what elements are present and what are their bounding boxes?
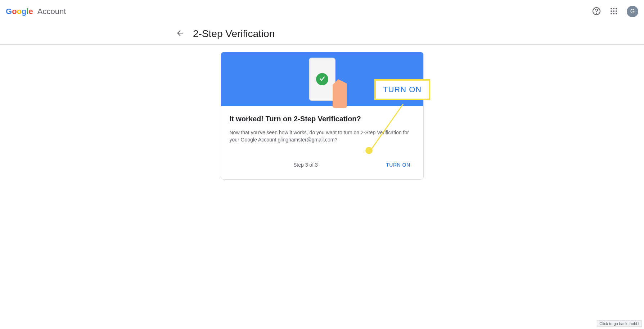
- app-header: Google Account G: [0, 0, 644, 23]
- phone-illustration: [309, 58, 335, 101]
- svg-point-10: [616, 13, 617, 14]
- annotation-callout: TURN ON: [374, 79, 430, 100]
- apps-button[interactable]: [607, 4, 621, 19]
- svg-point-7: [616, 10, 617, 12]
- page-title: 2-Step Verification: [193, 28, 275, 40]
- svg-point-1: [596, 13, 597, 13]
- account-avatar[interactable]: G: [627, 6, 638, 17]
- check-icon: [319, 75, 326, 84]
- avatar-initial: G: [630, 8, 635, 15]
- card-body: It worked! Turn on 2-Step Verification? …: [221, 106, 423, 153]
- verification-card: It worked! Turn on 2-Step Verification? …: [221, 52, 424, 180]
- card-title: It worked! Turn on 2-Step Verification?: [230, 115, 415, 123]
- header-right: G: [589, 4, 638, 19]
- svg-point-2: [611, 8, 612, 9]
- help-button[interactable]: [589, 4, 604, 19]
- callout-label: TURN ON: [383, 85, 422, 94]
- svg-point-5: [611, 10, 612, 12]
- turn-on-button[interactable]: TURN ON: [382, 159, 414, 171]
- card-description: Now that you've seen how it works, do yo…: [230, 129, 415, 143]
- google-logo: Google: [6, 7, 33, 16]
- content-wrap: It worked! Turn on 2-Step Verification? …: [0, 45, 644, 180]
- arrow-back-icon: [176, 29, 184, 39]
- account-email: glinghamster@gmail.com?: [278, 137, 337, 143]
- card-footer: Step 3 of 3 TURN ON: [221, 153, 423, 179]
- svg-point-6: [613, 10, 614, 12]
- svg-point-9: [613, 13, 614, 14]
- back-button[interactable]: [173, 27, 187, 41]
- title-row: 2-Step Verification: [0, 23, 644, 45]
- svg-point-4: [616, 8, 617, 9]
- svg-point-8: [611, 13, 612, 14]
- account-label: Account: [37, 7, 66, 16]
- step-counter: Step 3 of 3: [230, 162, 382, 168]
- header-left: Google Account: [6, 7, 66, 16]
- help-icon: [592, 7, 601, 17]
- phone-icon: [309, 58, 335, 101]
- hand-illustration: [333, 79, 347, 108]
- check-badge: [316, 73, 328, 85]
- svg-point-3: [613, 8, 614, 9]
- apps-icon: [609, 7, 618, 17]
